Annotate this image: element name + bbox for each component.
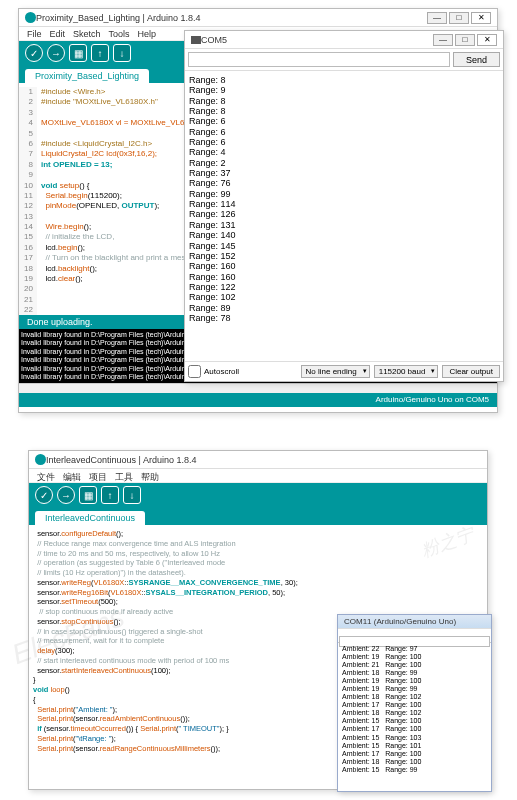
arduino-icon	[35, 454, 46, 465]
serial-line: Range: 131	[189, 220, 499, 230]
menubar: 文件 编辑 项目 工具 帮助	[29, 469, 487, 483]
serial-line: Range: 6	[189, 137, 499, 147]
serial-line: Range: 37	[189, 168, 499, 178]
serial-line: Range: 2	[189, 158, 499, 168]
new-button[interactable]: ▦	[69, 44, 87, 62]
serial-line: Range: 89	[189, 303, 499, 313]
serial-line: Ambient: 17 Range: 100	[342, 750, 487, 758]
serial-input-row: Send	[185, 49, 503, 71]
serial-line: Ambient: 15 Range: 100	[342, 717, 487, 725]
tabbar: InterleavedContinuous	[29, 507, 487, 525]
serial-line: Range: 102	[189, 292, 499, 302]
serial-line: Range: 152	[189, 251, 499, 261]
close-button[interactable]: ✕	[477, 34, 497, 46]
clear-output-button[interactable]: Clear output	[442, 365, 500, 378]
open-button[interactable]: ↑	[91, 44, 109, 62]
menu-tools[interactable]: 工具	[115, 471, 133, 480]
upload-button[interactable]: →	[57, 486, 75, 504]
serial-line: Range: 6	[189, 116, 499, 126]
window-title: InterleavedContinuous | Arduino 1.8.4	[46, 455, 481, 465]
serial-line: Range: 145	[189, 241, 499, 251]
titlebar[interactable]: COM11 (Arduino/Genuino Uno)	[338, 615, 491, 629]
serial-line: Ambient: 18 Range: 102	[342, 693, 487, 701]
titlebar[interactable]: InterleavedContinuous | Arduino 1.8.4	[29, 451, 487, 469]
serial-line: Ambient: 19 Range: 100	[342, 677, 487, 685]
serial-line: Range: 140	[189, 230, 499, 240]
maximize-button[interactable]: □	[455, 34, 475, 46]
menu-sketch[interactable]: Sketch	[73, 29, 101, 38]
serial-line: Ambient: 18 Range: 99	[342, 669, 487, 677]
open-button[interactable]: ↑	[101, 486, 119, 504]
horizontal-scrollbar[interactable]	[19, 383, 497, 393]
save-button[interactable]: ↓	[123, 486, 141, 504]
serial-footer: Autoscroll No line ending 115200 baud Cl…	[185, 361, 503, 381]
serial-title: COM11 (Arduino/Genuino Uno)	[344, 617, 485, 626]
send-button[interactable]: Send	[453, 52, 500, 67]
autoscroll-checkbox[interactable]	[188, 365, 201, 378]
serial-line: Range: 4	[189, 147, 499, 157]
serial-monitor-window-2: COM11 (Arduino/Genuino Uno) Ambient: 22 …	[337, 614, 492, 792]
menu-sketch[interactable]: 项目	[89, 471, 107, 480]
serial-line: Range: 99	[189, 189, 499, 199]
maximize-button[interactable]: □	[449, 12, 469, 24]
serial-output[interactable]: Range: 8Range: 9Range: 8Range: 8Range: 6…	[185, 71, 503, 361]
serial-line: Ambient: 18 Range: 102	[342, 709, 487, 717]
verify-button[interactable]: ✓	[25, 44, 43, 62]
serial-line: Ambient: 15 Range: 101	[342, 742, 487, 750]
menu-help[interactable]: 帮助	[141, 471, 159, 480]
titlebar[interactable]: Proximity_Based_Lighting | Arduino 1.8.4…	[19, 9, 497, 27]
menu-file[interactable]: 文件	[37, 471, 55, 480]
serial-line: Range: 6	[189, 127, 499, 137]
serial-line: Ambient: 15 Range: 99	[342, 766, 487, 774]
minimize-button[interactable]: —	[427, 12, 447, 24]
titlebar[interactable]: COM5 — □ ✕	[185, 31, 503, 49]
toolbar: ✓ → ▦ ↑ ↓	[29, 483, 487, 507]
footer-status: Arduino/Genuino Uno on COM5	[19, 393, 497, 407]
serial-title: COM5	[201, 35, 433, 45]
serial-line: Ambient: 19 Range: 99	[342, 685, 487, 693]
menu-edit[interactable]: Edit	[50, 29, 66, 38]
serial-line: Ambient: 19 Range: 100	[342, 653, 487, 661]
serial-line: Ambient: 18 Range: 100	[342, 758, 487, 766]
upload-button[interactable]: →	[47, 44, 65, 62]
serial-line: Range: 9	[189, 85, 499, 95]
tab-sketch[interactable]: InterleavedContinuous	[35, 511, 145, 525]
save-button[interactable]: ↓	[113, 44, 131, 62]
minimize-button[interactable]: —	[433, 34, 453, 46]
baud-dropdown[interactable]: 115200 baud	[374, 365, 439, 378]
serial-line: Range: 76	[189, 178, 499, 188]
serial-line: Range: 160	[189, 272, 499, 282]
menu-help[interactable]: Help	[138, 29, 157, 38]
new-button[interactable]: ▦	[79, 486, 97, 504]
serial-line: Range: 8	[189, 106, 499, 116]
serial-line: Ambient: 15 Range: 103	[342, 734, 487, 742]
serial-line: Ambient: 17 Range: 100	[342, 701, 487, 709]
serial-monitor-window-1: COM5 — □ ✕ Send Range: 8Range: 9Range: 8…	[184, 30, 504, 382]
serial-line: Range: 160	[189, 261, 499, 271]
line-ending-dropdown[interactable]: No line ending	[301, 365, 370, 378]
arduino-icon	[25, 12, 36, 23]
serial-line: Range: 126	[189, 209, 499, 219]
serial-line: Range: 78	[189, 313, 499, 323]
window-title: Proximity_Based_Lighting | Arduino 1.8.4	[36, 13, 427, 23]
tab-sketch[interactable]: Proximity_Based_Lighting	[25, 69, 149, 83]
serial-line: Range: 8	[189, 75, 499, 85]
autoscroll-label: Autoscroll	[204, 367, 239, 376]
menu-tools[interactable]: Tools	[109, 29, 130, 38]
verify-button[interactable]: ✓	[35, 486, 53, 504]
serial-line: Ambient: 17 Range: 100	[342, 725, 487, 733]
serial-output[interactable]: Ambient: 22 Range: 97Ambient: 19 Range: …	[338, 643, 491, 789]
serial-line: Ambient: 21 Range: 100	[342, 661, 487, 669]
serial-line: Range: 114	[189, 199, 499, 209]
serial-input[interactable]	[188, 52, 450, 67]
serial-line: Range: 122	[189, 282, 499, 292]
menu-edit[interactable]: 编辑	[63, 471, 81, 480]
serial-line: Range: 8	[189, 96, 499, 106]
close-button[interactable]: ✕	[471, 12, 491, 24]
usb-icon	[191, 36, 201, 44]
menu-file[interactable]: File	[27, 29, 42, 38]
